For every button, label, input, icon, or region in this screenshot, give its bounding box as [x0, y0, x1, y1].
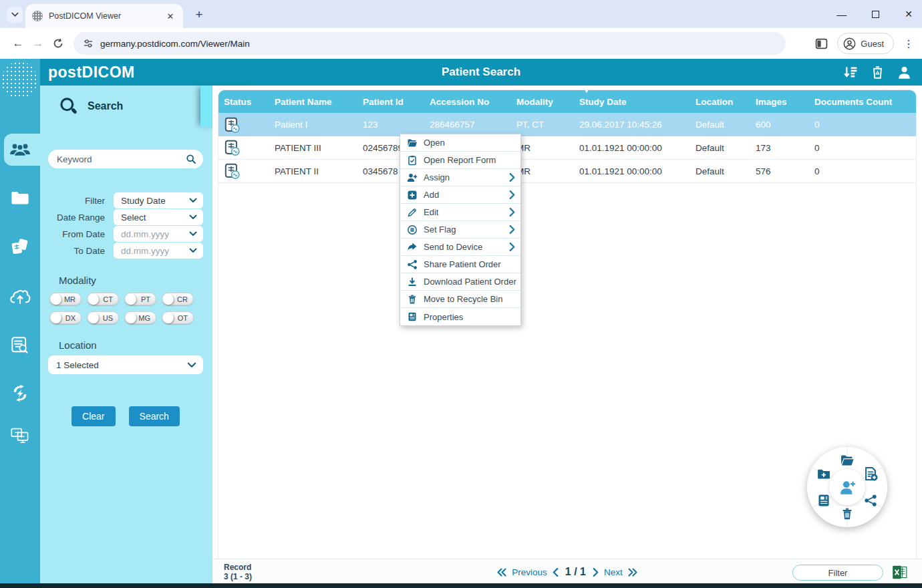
filter-button[interactable]: Filter	[792, 565, 883, 581]
table-row[interactable]: PATIENT III 02456789 MR 01.01.1921 00:00…	[218, 136, 916, 160]
toggle-knob	[51, 313, 61, 323]
browser-menu-icon[interactable]: ⋮	[903, 37, 914, 50]
col-status[interactable]: Status	[218, 97, 269, 107]
menu-item-open[interactable]: Open	[400, 134, 520, 152]
keyword-search-icon[interactable]	[186, 154, 196, 164]
modality-toggle-cr[interactable]: CR	[162, 293, 194, 305]
url-bar[interactable]: germany.postdicom.com/Viewer/Main	[73, 32, 786, 55]
last-page-icon[interactable]	[628, 568, 637, 577]
forward-button[interactable]: →	[28, 33, 48, 53]
user-icon[interactable]	[897, 65, 911, 80]
menu-item-open-report-form[interactable]: Open Report Form	[400, 152, 520, 169]
main-content: Status Patient Name Patient Id Accession…	[212, 86, 922, 584]
submenu-arrow-icon	[509, 190, 515, 199]
col-study-date[interactable]: ▼Study Date	[574, 97, 690, 107]
sidebar-item-cloud-upload[interactable]	[0, 282, 40, 311]
new-tab-button[interactable]: +	[191, 7, 207, 23]
page-indicator: 1 / 1	[565, 566, 586, 578]
wheel-add-document-button[interactable]	[863, 466, 879, 482]
menu-item-set-flag[interactable]: Set Flag	[400, 221, 520, 239]
site-settings-icon[interactable]	[83, 38, 94, 49]
tab-search-chevron-icon[interactable]	[7, 7, 23, 23]
search-button[interactable]: Search	[129, 406, 180, 426]
menu-item-assign[interactable]: Assign	[400, 169, 520, 186]
sidebar-item-patients[interactable]	[0, 135, 40, 164]
location-select[interactable]: 1 Selected	[48, 355, 203, 374]
share-icon	[407, 259, 418, 270]
sidebar-item-worklist[interactable]	[0, 331, 40, 360]
menu-item-properties[interactable]: Properties	[400, 308, 520, 325]
previous-page-button[interactable]: Previous	[512, 567, 547, 577]
menu-item-download-patient-order[interactable]: Download Patient Order	[400, 273, 520, 291]
from-date-select[interactable]: dd.mm.yyyy	[114, 226, 203, 242]
menu-item-move-to-recycle-bin[interactable]: Move to Recycle Bin	[400, 291, 520, 308]
col-location[interactable]: Location	[690, 97, 750, 107]
share-icon	[864, 494, 877, 507]
menu-item-send-to-device[interactable]: Send to Device	[400, 239, 520, 256]
sidebar-item-patient-orders[interactable]	[0, 233, 40, 262]
col-images[interactable]: Images	[750, 97, 809, 107]
keyword-input[interactable]	[57, 154, 186, 164]
menu-item-share-patient-order[interactable]: Share Patient Order	[400, 256, 520, 273]
next-page-button[interactable]: Next	[604, 567, 623, 577]
filter-select[interactable]: Study Date	[114, 192, 203, 208]
table-row[interactable]: Patient I 123 286466757 PT, CT 29.06.201…	[218, 113, 916, 136]
window-maximize-button[interactable]	[872, 11, 879, 18]
sidebar-item-folders[interactable]	[0, 183, 40, 212]
modality-toggle-mg[interactable]: MG	[124, 311, 156, 324]
to-date-select[interactable]: dd.mm.yyyy	[114, 243, 203, 259]
table-row[interactable]: PATIENT II 0345678 MR 01.01.1921 00:00:0…	[218, 160, 916, 183]
wheel-open-folder-button[interactable]	[839, 452, 855, 468]
study-status-icon	[224, 117, 240, 133]
window-close-button[interactable]: ✕	[905, 9, 913, 19]
col-documents-count[interactable]: Documents Count	[809, 97, 916, 107]
wheel-add-folder-button[interactable]	[816, 466, 832, 482]
to-date-label: To Date	[48, 246, 114, 256]
side-panel-icon[interactable]	[815, 37, 828, 50]
wheel-share-button[interactable]	[863, 492, 879, 508]
excel-export-icon[interactable]	[892, 565, 907, 580]
trash-icon	[840, 507, 854, 521]
back-button[interactable]: ←	[8, 33, 28, 53]
previous-page-icon[interactable]	[553, 568, 559, 577]
chevron-down-icon	[189, 214, 197, 220]
col-patient-id[interactable]: Patient Id	[357, 97, 424, 107]
tab-close-icon[interactable]: ✕	[164, 10, 176, 22]
window-minimize-button[interactable]: —	[836, 9, 847, 20]
tab-search[interactable]: Search	[40, 86, 200, 127]
modality-toggle-ct[interactable]: CT	[87, 293, 119, 305]
document-add-icon	[863, 466, 878, 481]
submenu-arrow-icon	[509, 173, 515, 182]
modality-toggle-us[interactable]: US	[87, 311, 119, 324]
reload-button[interactable]	[48, 33, 68, 53]
modality-label: Modality	[59, 275, 96, 286]
col-patient-name[interactable]: Patient Name	[269, 97, 357, 107]
browser-profile-button[interactable]: Guest	[837, 33, 894, 54]
first-page-icon[interactable]	[497, 568, 506, 577]
browser-tab[interactable]: PostDICOM Viewer ✕	[25, 4, 183, 28]
study-status-icon	[224, 163, 240, 179]
search-panel: Search Filter Study Date Date Range Sele…	[40, 86, 212, 584]
table-footer: Record 3 (1 - 3) Previous 1 / 1 Next Fil…	[212, 559, 922, 584]
wheel-delete-button[interactable]	[839, 506, 855, 522]
menu-item-edit[interactable]: Edit	[400, 204, 520, 221]
col-accession-no[interactable]: Accession No	[424, 97, 511, 107]
modality-toggle-ot[interactable]: OT	[162, 311, 194, 324]
modality-toggle-dx[interactable]: DX	[49, 311, 82, 324]
modality-toggle-pt[interactable]: PT	[124, 293, 156, 305]
next-page-icon[interactable]	[593, 568, 599, 577]
wheel-properties-button[interactable]	[816, 492, 832, 508]
sidebar-item-transfer[interactable]	[0, 379, 40, 408]
filter-label: Filter	[48, 196, 114, 206]
col-modality[interactable]: Modality	[511, 97, 574, 107]
assign-user-icon	[407, 172, 418, 183]
modality-toggle-mr[interactable]: MR	[49, 293, 82, 305]
clear-button[interactable]: Clear	[71, 406, 115, 426]
date-range-select[interactable]: Select	[114, 209, 203, 225]
folder-icon	[10, 190, 30, 206]
menu-item-add[interactable]: Add	[400, 186, 520, 204]
sidebar-item-remote-devices[interactable]	[0, 421, 40, 450]
wheel-assign-button[interactable]	[829, 469, 865, 505]
recycle-bin-icon[interactable]	[871, 65, 884, 80]
sort-queue-icon[interactable]	[843, 65, 858, 79]
